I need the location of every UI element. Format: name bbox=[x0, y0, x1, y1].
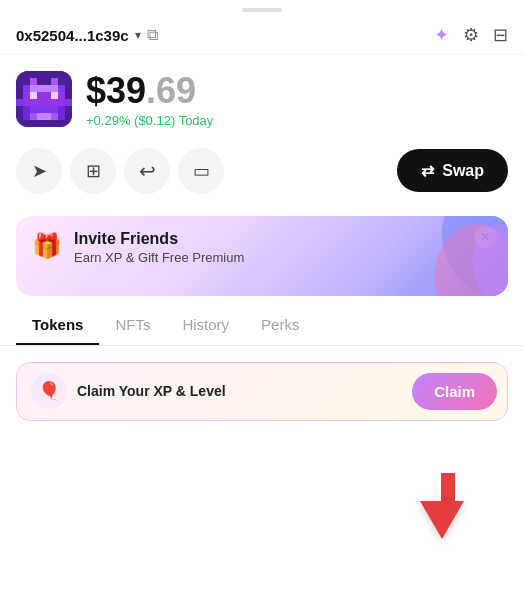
svg-rect-9 bbox=[30, 106, 58, 113]
swap-button[interactable]: ⇄ Swap bbox=[397, 149, 508, 192]
grid-icon: ⊞ bbox=[86, 160, 101, 182]
svg-rect-16 bbox=[65, 99, 72, 106]
svg-rect-11 bbox=[58, 106, 65, 120]
arrow-shaft bbox=[441, 473, 455, 501]
claim-bar: 🎈 Claim Your XP & Level Claim bbox=[16, 362, 508, 421]
wallet-avatar bbox=[16, 71, 72, 127]
send-button[interactable]: ➤ bbox=[16, 148, 62, 194]
claim-button[interactable]: Claim bbox=[412, 373, 497, 410]
balance-dollars: $39 bbox=[86, 70, 146, 111]
svg-rect-7 bbox=[30, 92, 37, 99]
gift-icon: 🎁 bbox=[32, 232, 62, 260]
arrow-head bbox=[420, 501, 464, 539]
balance-info: $39.69 +0.29% ($0.12) Today bbox=[86, 71, 213, 128]
svg-rect-10 bbox=[23, 106, 30, 120]
invite-banner: 🎁 Invite Friends Earn XP & Gift Free Pre… bbox=[16, 216, 508, 296]
receive-icon: ↩ bbox=[139, 159, 156, 183]
wallet-address-row: 0x52504...1c39c ▾ ⧉ bbox=[16, 26, 158, 44]
action-buttons: ➤ ⊞ ↩ ▭ ⇄ Swap bbox=[0, 136, 524, 206]
banner-subtitle: Earn XP & Gift Free Premium bbox=[74, 250, 244, 265]
svg-rect-13 bbox=[37, 113, 51, 120]
red-arrow-overlay bbox=[420, 501, 464, 539]
balloon-icon: 🎈 bbox=[38, 380, 60, 402]
balance-section: $39.69 +0.29% ($0.12) Today bbox=[0, 55, 524, 136]
wallet-address: 0x52504...1c39c bbox=[16, 27, 129, 44]
svg-rect-8 bbox=[51, 92, 58, 99]
balance-amount: $39.69 bbox=[86, 71, 213, 111]
balance-change: +0.29% ($0.12) Today bbox=[86, 113, 213, 128]
svg-rect-12 bbox=[30, 113, 37, 120]
claim-button-label: Claim bbox=[434, 383, 475, 400]
svg-rect-14 bbox=[51, 113, 58, 120]
chevron-down-icon[interactable]: ▾ bbox=[135, 28, 141, 42]
tab-perks[interactable]: Perks bbox=[245, 306, 315, 345]
sparkle-icon[interactable]: ✦ bbox=[434, 24, 449, 46]
grid-button[interactable]: ⊞ bbox=[70, 148, 116, 194]
settings-icon[interactable]: ⚙ bbox=[463, 24, 479, 46]
card-button[interactable]: ▭ bbox=[178, 148, 224, 194]
svg-rect-2 bbox=[51, 78, 58, 85]
card-icon: ▭ bbox=[193, 160, 210, 182]
banner-title: Invite Friends bbox=[74, 230, 244, 248]
banner-text: Invite Friends Earn XP & Gift Free Premi… bbox=[74, 230, 244, 265]
svg-rect-15 bbox=[16, 99, 23, 106]
send-icon: ➤ bbox=[32, 160, 47, 182]
swap-label: Swap bbox=[442, 162, 484, 180]
copy-icon[interactable]: ⧉ bbox=[147, 26, 158, 44]
top-bar: 0x52504...1c39c ▾ ⧉ ✦ ⚙ ⊟ bbox=[0, 12, 524, 55]
claim-text: Claim Your XP & Level bbox=[77, 383, 226, 399]
claim-icon: 🎈 bbox=[31, 373, 67, 409]
claim-left: 🎈 Claim Your XP & Level bbox=[31, 373, 226, 409]
banner-decoration bbox=[398, 216, 508, 296]
sidebar-icon[interactable]: ⊟ bbox=[493, 24, 508, 46]
svg-rect-1 bbox=[30, 78, 37, 85]
balance-cents: .69 bbox=[146, 70, 196, 111]
tab-nfts[interactable]: NFTs bbox=[99, 306, 166, 345]
tab-tokens[interactable]: Tokens bbox=[16, 306, 99, 345]
tabs-row: Tokens NFTs History Perks bbox=[0, 306, 524, 346]
top-icons: ✦ ⚙ ⊟ bbox=[434, 24, 508, 46]
svg-rect-6 bbox=[23, 92, 65, 106]
tab-history[interactable]: History bbox=[166, 306, 245, 345]
receive-button[interactable]: ↩ bbox=[124, 148, 170, 194]
svg-rect-5 bbox=[30, 85, 58, 92]
swap-icon: ⇄ bbox=[421, 161, 434, 180]
